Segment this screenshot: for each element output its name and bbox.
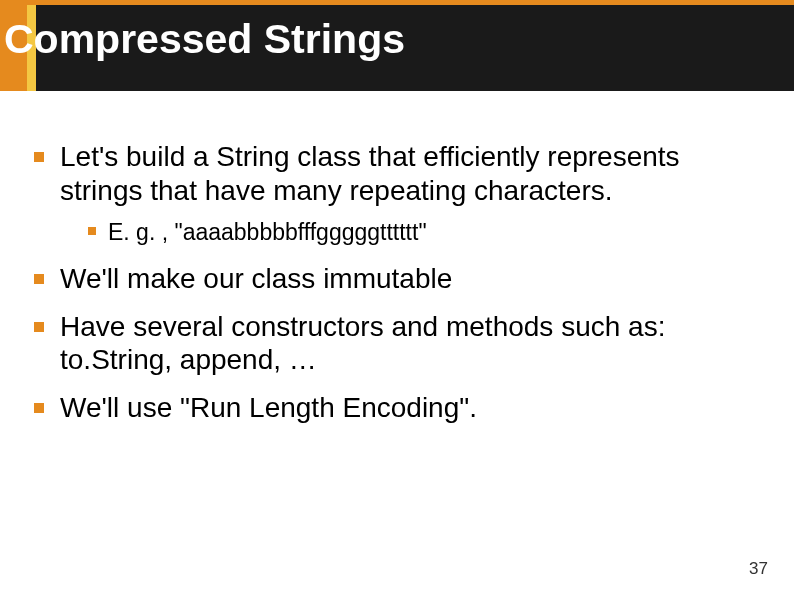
bullet-list: Let's build a String class that efficien… — [20, 140, 760, 425]
list-item: E. g. , "aaaabbbbbfffgggggtttttt" — [60, 217, 760, 248]
accent-stripe-top — [0, 0, 794, 5]
list-item-text: We'll use "Run Length Encoding". — [60, 392, 477, 423]
list-item: Have several constructors and methods su… — [20, 310, 760, 377]
list-item: We'll use "Run Length Encoding". — [20, 391, 760, 425]
list-item: We'll make our class immutable — [20, 262, 760, 296]
slide-title: Compressed Strings — [4, 16, 405, 63]
list-item-text: Have several constructors and methods su… — [60, 311, 665, 376]
slide-body: Let's build a String class that efficien… — [20, 140, 760, 439]
sub-bullet-list: E. g. , "aaaabbbbbfffgggggtttttt" — [60, 217, 760, 248]
list-item-text: E. g. , "aaaabbbbbfffgggggtttttt" — [108, 219, 427, 245]
header-bar: Compressed Strings — [0, 0, 794, 91]
list-item-text: Let's build a String class that efficien… — [60, 141, 680, 206]
list-item-text: We'll make our class immutable — [60, 263, 452, 294]
page-number: 37 — [749, 559, 768, 579]
list-item: Let's build a String class that efficien… — [20, 140, 760, 248]
